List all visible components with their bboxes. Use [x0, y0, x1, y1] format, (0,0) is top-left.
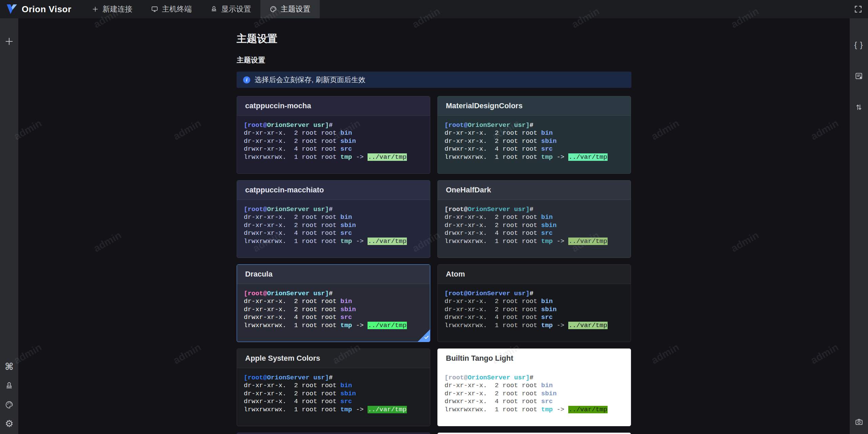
theme-card[interactable]: Dracula [root@OrionServer usr]#dr-xr-xr-…	[237, 264, 430, 342]
terminal-row: drwxr-xr-x. 4 root root src	[445, 398, 624, 405]
tab-display-settings[interactable]: 显示设置	[201, 0, 260, 18]
row-filename: bin	[340, 298, 352, 305]
theme-settings-button[interactable]	[2, 398, 16, 412]
tab-label: 主机终端	[162, 4, 192, 14]
tab-theme-settings[interactable]: 主题设置	[260, 0, 320, 18]
prompt-user: [root@	[445, 206, 468, 213]
row-prefix: lrwxrwxrwx. 1 root root	[244, 322, 340, 329]
theme-card-header: Atom	[438, 265, 631, 284]
tab-host-terminal[interactable]: 主机终端	[142, 0, 201, 18]
row-filename: tmp	[541, 406, 553, 413]
row-filename: bin	[541, 129, 553, 137]
terminal-prompt-line: [root@OrionServer usr]#	[244, 121, 423, 129]
doc-bookmark-icon	[854, 72, 863, 80]
terminal-preview: [root@OrionServer usr]#dr-xr-xr-x. 2 roo…	[237, 368, 430, 426]
theme-card-header: catppuccin-mocha	[237, 96, 430, 116]
terminal-row: drwxr-xr-x. 4 root root src	[445, 145, 624, 153]
prompt-host: OrionServer usr]	[267, 206, 329, 213]
tab-label: 新建连接	[103, 4, 133, 14]
terminal-row: dr-xr-xr-x. 2 root root bin	[445, 129, 624, 137]
terminal-prompt-line: [root@OrionServer usr]#	[445, 121, 624, 129]
row-filename: sbin	[340, 137, 356, 145]
prompt-host: OrionServer usr]	[267, 121, 329, 129]
transfer-button[interactable]	[852, 100, 866, 114]
prompt-symbol: #	[329, 374, 333, 381]
theme-card-partial[interactable]	[437, 433, 631, 434]
braces-icon: { }	[854, 41, 864, 49]
terminal-row: dr-xr-xr-x. 2 root root bin	[244, 298, 423, 305]
row-filename: sbin	[340, 306, 356, 313]
tab-label: 主题设置	[281, 4, 311, 14]
theme-card-title: Atom	[446, 270, 465, 279]
theme-card[interactable]: OneHalfDark [root@OrionServer usr]#dr-xr…	[437, 180, 631, 258]
terminal-row: dr-xr-xr-x. 2 root root bin	[445, 382, 624, 390]
theme-card[interactable]: Atom [root@OrionServer usr]#dr-xr-xr-x. …	[437, 264, 631, 342]
gear-icon: ⚙	[5, 419, 13, 429]
row-prefix: lrwxrwxrwx. 1 root root	[244, 153, 340, 161]
terminal-row: lrwxrwxrwx. 1 root root tmp -> ../var/tm…	[445, 238, 624, 245]
command-icon: ⌘	[5, 362, 14, 372]
row-filename: bin	[340, 129, 352, 137]
add-connection-button[interactable]	[2, 35, 16, 48]
theme-card-partial[interactable]	[237, 433, 430, 434]
row-arrow: ->	[352, 238, 368, 245]
terminal-row: dr-xr-xr-x. 2 root root bin	[244, 129, 423, 137]
row-arrow: ->	[352, 153, 368, 161]
row-prefix: dr-xr-xr-x. 2 root root	[445, 382, 541, 389]
command-shortcut-button[interactable]: ⌘	[2, 360, 16, 374]
screenshot-button[interactable]	[852, 415, 866, 429]
theme-card[interactable]: catppuccin-mocha [root@OrionServer usr]#…	[237, 96, 430, 174]
row-symlink-target: ../var/tmp	[568, 153, 608, 161]
row-prefix: dr-xr-xr-x. 2 root root	[244, 213, 340, 221]
theme-card-title: catppuccin-mocha	[245, 101, 311, 110]
row-prefix: dr-xr-xr-x. 2 root root	[244, 129, 340, 137]
orion-visor-logo-icon	[6, 4, 18, 15]
theme-card[interactable]: Apple System Colors [root@OrionServer us…	[237, 348, 430, 426]
row-filename: sbin	[340, 390, 356, 397]
row-arrow: ->	[352, 322, 368, 329]
prompt-symbol: #	[530, 206, 533, 213]
row-symlink-target: ../var/tmp	[368, 322, 407, 329]
row-prefix: dr-xr-xr-x. 2 root root	[244, 382, 340, 389]
tab-new-connection[interactable]: 新建连接	[82, 0, 142, 18]
terminal-row: drwxr-xr-x. 4 root root src	[244, 145, 423, 153]
row-filename: sbin	[541, 222, 557, 229]
prompt-user: [root@	[445, 121, 468, 129]
prompt-symbol: #	[530, 121, 533, 129]
variables-button[interactable]: { }	[852, 38, 866, 52]
selected-badge	[417, 329, 430, 342]
theme-card-header: OneHalfDark	[438, 181, 631, 200]
row-filename: src	[340, 398, 352, 405]
terminal-row: dr-xr-xr-x. 2 root root sbin	[445, 306, 624, 314]
terminal-preview: [root@OrionServer usr]#dr-xr-xr-x. 2 roo…	[438, 284, 631, 342]
left-sidebar: ⌘ ⚙	[0, 18, 18, 434]
theme-card[interactable]: Builtin Tango Light [root@OrionServer us…	[437, 348, 631, 426]
terminal-prompt-line: [root@OrionServer usr]#	[244, 206, 423, 213]
display-settings-button[interactable]	[2, 379, 16, 393]
settings-button[interactable]: ⚙	[2, 417, 16, 431]
row-prefix: drwxr-xr-x. 4 root root	[445, 398, 541, 405]
row-filename: sbin	[541, 390, 557, 397]
row-filename: src	[541, 145, 553, 153]
row-symlink-target: ../var/tmp	[368, 406, 407, 413]
row-prefix: dr-xr-xr-x. 2 root root	[445, 137, 541, 145]
row-symlink-target: ../var/tmp	[368, 238, 407, 245]
row-prefix: drwxr-xr-x. 4 root root	[445, 229, 541, 237]
prompt-user: [root@	[244, 206, 267, 213]
prompt-symbol: #	[329, 206, 333, 213]
fullscreen-button[interactable]	[853, 4, 863, 14]
alert-text: 选择后会立刻保存, 刷新页面后生效	[255, 75, 366, 84]
terminal-preview: [root@OrionServer usr]#dr-xr-xr-x. 2 roo…	[438, 116, 631, 173]
left-sidebar-bottom: ⌘ ⚙	[2, 360, 16, 431]
right-sidebar: { }	[850, 18, 868, 434]
theme-card[interactable]: MaterialDesignColors [root@OrionServer u…	[437, 96, 631, 174]
snippets-button[interactable]	[852, 69, 866, 83]
tab-bar: 新建连接 主机终端 显示设置 主题设置	[82, 0, 320, 18]
row-prefix: dr-xr-xr-x. 2 root root	[445, 298, 541, 305]
row-prefix: dr-xr-xr-x. 2 root root	[244, 298, 340, 305]
row-filename: tmp	[541, 153, 553, 161]
prompt-host: OrionServer usr]	[468, 290, 529, 297]
theme-card[interactable]: catppuccin-macchiato [root@OrionServer u…	[237, 180, 430, 258]
row-symlink-target: ../var/tmp	[568, 238, 608, 245]
terminal-preview: [root@OrionServer usr]#dr-xr-xr-x. 2 roo…	[237, 200, 430, 258]
